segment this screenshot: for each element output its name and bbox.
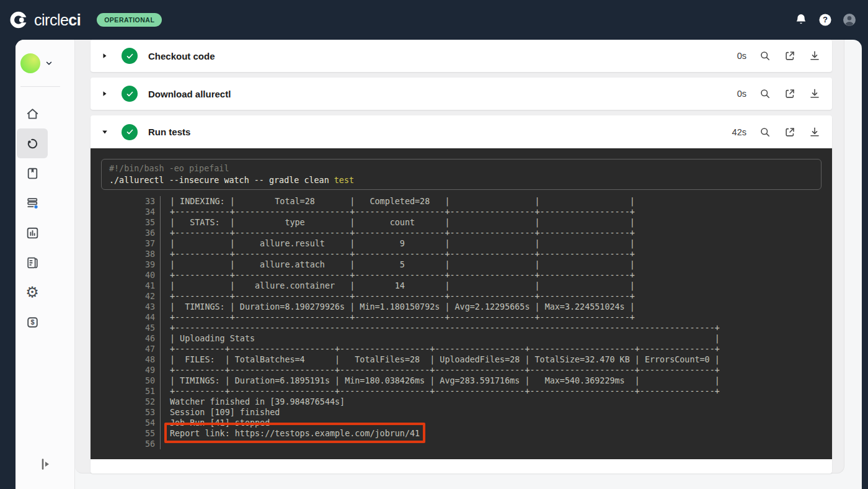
success-check-icon	[122, 86, 138, 102]
open-in-new-icon[interactable]	[784, 87, 796, 100]
svg-text:$: $	[30, 318, 34, 326]
notifications-bell-icon[interactable]	[794, 12, 808, 27]
line-number: 42	[91, 291, 160, 302]
expand-arrow-icon[interactable]	[101, 90, 108, 97]
line-text: +---------------------------------------…	[160, 323, 720, 333]
sidebar-item-home[interactable]	[17, 99, 48, 128]
line-text: | TIMINGS: | Duration=8.190279926s | Min…	[160, 302, 635, 312]
terminal-line: 52Watcher finished in [39.984876544s]	[91, 397, 832, 407]
line-text: | INDEXING: | Total=28 | Completed=28 | …	[160, 196, 635, 207]
step-duration: 0s	[737, 89, 746, 99]
step-header[interactable]: Download allurectl 0s	[91, 78, 832, 110]
line-number: 38	[91, 249, 160, 259]
line-number: 39	[91, 259, 160, 270]
expand-arrow-icon[interactable]	[101, 52, 108, 60]
line-number: 46	[91, 333, 160, 344]
line-text: +-----------+-----------------------+---…	[160, 270, 635, 280]
plan-dollar-icon: $	[25, 315, 40, 330]
terminal-output: #!/bin/bash -eo pipefail ./allurectl --i…	[91, 148, 832, 459]
download-output-icon[interactable]	[808, 126, 821, 138]
sidebar-collapse-icon[interactable]	[39, 457, 54, 472]
line-text: Job Run [41] stopped	[160, 418, 270, 428]
line-text: +----------+---------------------+------…	[160, 344, 720, 354]
line-number: 33	[91, 196, 160, 207]
command-highlight: test	[334, 176, 354, 185]
terminal-line: 41| | allure.container | 14 | | |	[91, 280, 832, 291]
terminal-line: 56	[91, 439, 832, 449]
line-number: 37	[91, 238, 160, 249]
user-avatar[interactable]	[842, 12, 857, 27]
line-text: | | allure.result | 9 | | |	[160, 238, 635, 249]
topbar-actions: ?	[794, 0, 857, 40]
terminal-line: 44+-----------+-----------------------+-…	[91, 312, 832, 323]
insights-bar-chart-icon	[25, 225, 40, 241]
open-in-new-icon[interactable]	[784, 126, 796, 138]
terminal-line: 49+----------+---------------------+----…	[91, 365, 832, 375]
search-step-icon[interactable]	[759, 50, 771, 62]
line-text: +-----------+-----------------------+---…	[160, 291, 635, 302]
help-icon[interactable]: ?	[818, 12, 833, 27]
success-check-icon	[122, 48, 138, 64]
sidebar: ⚙ $	[16, 40, 75, 489]
sidebar-item-plan[interactable]: $	[17, 307, 48, 337]
sidebar-item-projects[interactable]	[17, 158, 48, 188]
step-header[interactable]: Checkout code 0s	[91, 40, 832, 72]
step-header[interactable]: Run tests 42s	[91, 115, 832, 148]
terminal-line: 55Report link: https://testops.example.c…	[91, 428, 832, 439]
line-number: 44	[91, 312, 160, 323]
line-number: 55	[91, 428, 160, 439]
collapse-arrow-icon[interactable]	[101, 128, 108, 136]
terminal-line: 40+-----------+-----------------------+-…	[91, 270, 832, 280]
terminal-line: 35| STATS: | type | count | | |	[91, 217, 832, 228]
line-text: +----------+---------------------+------…	[160, 365, 720, 375]
svg-text:?: ?	[823, 15, 828, 24]
line-number: 56	[91, 439, 160, 449]
line-number: 52	[91, 397, 160, 407]
gear-icon: ⚙	[25, 285, 39, 300]
line-text: | TIMINGS: | Duration=6.1895191s | Min=1…	[160, 375, 720, 386]
sidebar-item-settings[interactable]: ⚙	[17, 277, 48, 307]
terminal-line: 39| | allure.attach | 5 | | |	[91, 259, 832, 270]
line-number: 51	[91, 386, 160, 397]
line-number: 54	[91, 418, 160, 428]
line-text: +-----------+-----------------------+---…	[160, 312, 635, 323]
open-in-new-icon[interactable]	[784, 50, 796, 62]
step-title: Checkout code	[148, 51, 215, 61]
terminal-line: 38+-----------+-----------------------+-…	[91, 249, 832, 259]
terminal-line: 33| INDEXING: | Total=28 | Completed=28 …	[91, 196, 832, 207]
terminal-line: 51+----------+---------------------+----…	[91, 386, 832, 397]
brand-wordmark: circleci	[34, 11, 81, 29]
line-number: 36	[91, 228, 160, 238]
terminal-line: 47+----------+---------------------+----…	[91, 344, 832, 354]
sidebar-item-releases[interactable]	[17, 248, 48, 277]
step-card-run-tests: Run tests 42s #!/bin/bash -eo pipefail .…	[91, 115, 832, 473]
download-output-icon[interactable]	[808, 87, 821, 100]
terminal-line: 54Job Run [41] stopped	[91, 418, 832, 428]
org-switcher[interactable]	[20, 53, 53, 73]
line-text	[160, 439, 170, 449]
release-notes-icon	[25, 255, 40, 271]
sidebar-divider	[20, 86, 60, 87]
search-step-icon[interactable]	[759, 126, 771, 138]
download-output-icon[interactable]	[808, 50, 821, 62]
line-text: | STATS: | type | count | | |	[160, 217, 635, 228]
search-step-icon[interactable]	[759, 87, 771, 100]
line-number: 53	[91, 407, 160, 418]
circleci-logo[interactable]: circleci	[10, 11, 81, 29]
sidebar-nav: ⚙ $	[17, 99, 48, 337]
sidebar-item-insights[interactable]	[17, 218, 48, 248]
line-text: | Uploading Stats |	[160, 333, 720, 344]
chevron-down-icon	[45, 59, 53, 68]
step-duration: 0s	[737, 51, 746, 61]
sidebar-item-servers[interactable]	[17, 188, 48, 218]
line-number: 50	[91, 375, 160, 386]
terminal-line: 37| | allure.result | 9 | | |	[91, 238, 832, 249]
line-text: +----------+---------------------+------…	[160, 386, 720, 397]
top-bar: circleci OPERATIONAL ?	[0, 0, 868, 40]
line-text: | FILES: | TotalBatches=4 | TotalFiles=2…	[160, 354, 720, 365]
command-shebang: #!/bin/bash -eo pipefail	[109, 163, 813, 174]
terminal-line: 42+-----------+-----------------------+-…	[91, 291, 832, 302]
status-badge[interactable]: OPERATIONAL	[97, 13, 162, 27]
line-text: | | allure.attach | 5 | | |	[160, 259, 635, 270]
sidebar-item-pipelines[interactable]	[17, 128, 48, 158]
